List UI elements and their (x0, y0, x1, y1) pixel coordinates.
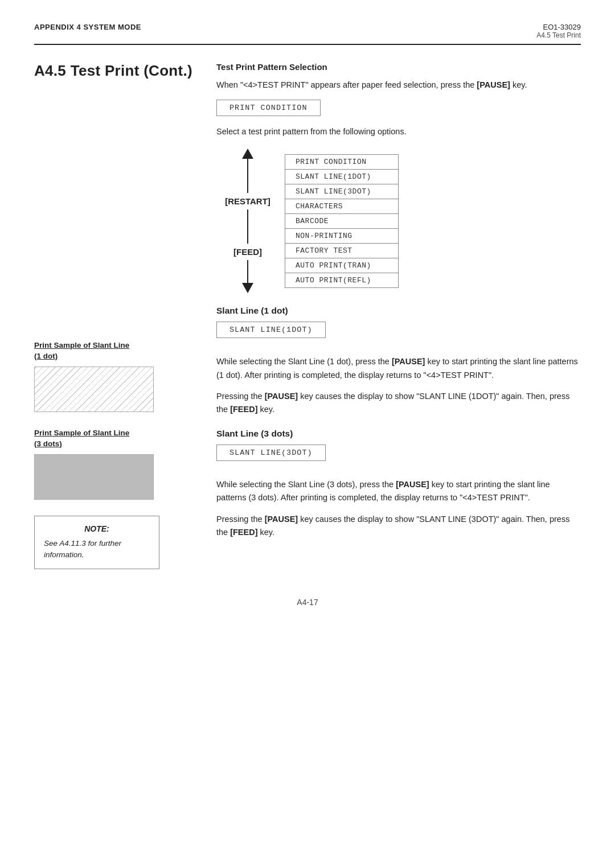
menu-item-7: AUTO PRINT(TRAN) (285, 258, 399, 273)
slant3-heading: Slant Line (3 dots) (216, 429, 581, 439)
slant1-left-label: Print Sample of Slant Line (1 dot) (34, 340, 199, 362)
slant1-lcd: SLANT LINE(1DOT) (216, 322, 326, 338)
slant1-pattern (35, 367, 153, 412)
menu-nav: [RESTART] [FEED] (216, 149, 279, 293)
menu-item-0: PRINT CONDITION (285, 154, 399, 170)
nav-line-bottom2 (247, 260, 248, 283)
menu-item-2: SLANT LINE(3DOT) (285, 184, 399, 199)
menu-item-3: CHARACTERS (285, 199, 399, 214)
slant1-heading: Slant Line (1 dot) (216, 306, 581, 316)
slant3-section: Slant Line (3 dots) SLANT LINE(3DOT) Whi… (216, 429, 581, 539)
select-text: Select a test print pattern from the fol… (216, 125, 581, 138)
left-spacer (34, 96, 199, 340)
page-title: A4.5 Test Print (Cont.) (34, 62, 199, 80)
section-label: A4.5 Test Print (536, 31, 581, 39)
note-title: NOTE: (44, 524, 150, 533)
slant3-para1: While selecting the Slant Line (3 dots),… (216, 478, 581, 504)
test-print-heading: Test Print Pattern Selection (216, 62, 581, 72)
feed-label: [FEED] (233, 247, 262, 257)
restart-label: [RESTART] (225, 196, 270, 206)
doc-id: EO1-33029 (536, 23, 581, 31)
slant1-para1: While selecting the Slant Line (1 dot), … (216, 355, 581, 381)
page: APPENDIX 4 SYSTEM MODE EO1-33029 A4.5 Te… (0, 0, 615, 868)
left-column: A4.5 Test Print (Cont.) Print Sample of … (34, 62, 211, 569)
slant3-pattern (35, 455, 153, 499)
page-number: A4-17 (297, 598, 318, 607)
nav-line-mid (247, 209, 248, 244)
intro-paragraph: When "<4>TEST PRINT" appears after paper… (216, 79, 581, 92)
page-footer: A4-17 (34, 598, 581, 607)
menu-item-8: AUTO PRINT(REFL) (285, 273, 399, 288)
header-right: EO1-33029 A4.5 Test Print (536, 23, 581, 39)
slant1-section: Slant Line (1 dot) SLANT LINE(1DOT) Whil… (216, 306, 581, 416)
arrow-down-icon (242, 283, 253, 293)
slant3-sample-box (34, 454, 154, 500)
test-print-section: Test Print Pattern Selection When "<4>TE… (216, 62, 581, 293)
menu-item-6: FACTORY TEST (285, 243, 399, 258)
note-text: See A4.11.3 for further information. (44, 538, 150, 561)
note-box: NOTE: See A4.11.3 for further informatio… (34, 516, 159, 570)
menu-item-1: SLANT LINE(1DOT) (285, 169, 399, 184)
lcd-display-1: PRINT CONDITION (216, 100, 321, 116)
slant3-left-label: Print Sample of Slant Line (3 dots) (34, 428, 199, 450)
nav-line-top (247, 159, 248, 193)
page-header: APPENDIX 4 SYSTEM MODE EO1-33029 A4.5 Te… (34, 23, 581, 45)
menu-item-4: BARCODE (285, 213, 399, 229)
left-section-1dot: Print Sample of Slant Line (1 dot) (34, 340, 199, 412)
slant1-para2: Pressing the [PAUSE] key causes the disp… (216, 390, 581, 416)
arrow-up-icon (242, 149, 253, 159)
menu-diagram: [RESTART] [FEED] PRINT CONDITION SLANT L… (216, 149, 581, 293)
appendix-label: APPENDIX 4 SYSTEM MODE (34, 23, 141, 31)
slant1-sample-box (34, 367, 154, 412)
slant3-lcd: SLANT LINE(3DOT) (216, 445, 326, 461)
slant3-para2: Pressing the [PAUSE] key causes the disp… (216, 513, 581, 539)
right-column: Test Print Pattern Selection When "<4>TE… (211, 62, 581, 569)
left-section-3dot: Print Sample of Slant Line (3 dots) (34, 428, 199, 500)
main-layout: A4.5 Test Print (Cont.) Print Sample of … (34, 62, 581, 569)
menu-item-5: NON-PRINTING (285, 228, 399, 244)
menu-list: PRINT CONDITION SLANT LINE(1DOT) SLANT L… (285, 154, 399, 287)
